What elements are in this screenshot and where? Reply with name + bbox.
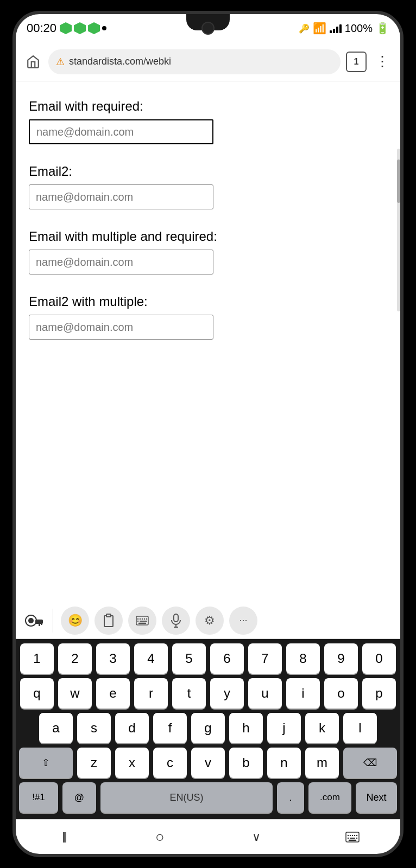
- settings-button[interactable]: ⚙: [196, 607, 224, 635]
- key-r[interactable]: r: [134, 678, 168, 709]
- key-x[interactable]: x: [115, 748, 149, 778]
- mic-button[interactable]: [162, 607, 190, 635]
- more-button[interactable]: ···: [229, 607, 257, 635]
- android-icon-1: [60, 22, 72, 34]
- url-bar[interactable]: ⚠ standardista.com/webki: [48, 49, 341, 74]
- key-dotcom[interactable]: .com: [308, 782, 351, 813]
- key-3[interactable]: 3: [96, 643, 130, 674]
- chevron-down-icon: ∨: [252, 830, 261, 844]
- emoji-button[interactable]: 😊: [61, 607, 89, 635]
- key-space[interactable]: EN(US): [100, 782, 273, 813]
- key-w[interactable]: w: [58, 678, 92, 709]
- svg-rect-3: [39, 624, 40, 626]
- key-v[interactable]: v: [191, 748, 225, 778]
- signal-bars: [330, 23, 342, 33]
- nav-back-button[interactable]: |||: [48, 826, 80, 848]
- warning-icon: ⚠: [56, 56, 65, 68]
- key-6[interactable]: 6: [210, 643, 244, 674]
- input-email2[interactable]: [29, 184, 213, 209]
- key-row-qwerty: q w e r t y u i o p: [19, 678, 397, 709]
- home-circle-icon: ○: [155, 828, 165, 846]
- nav-down-button[interactable]: ∨: [240, 826, 273, 848]
- nav-bar: ||| ○ ∨: [16, 819, 400, 854]
- camera: [201, 22, 215, 35]
- label-email-multiple-required: Email with multiple and required:: [29, 229, 387, 244]
- status-right: 🔑 📶 100% 🔋: [299, 22, 389, 35]
- key-backspace[interactable]: ⌫: [343, 748, 397, 778]
- key-next[interactable]: Next: [356, 782, 397, 813]
- key-symbols[interactable]: !#1: [19, 782, 58, 813]
- keyboard-toolbar: 😊: [16, 602, 400, 639]
- key-d[interactable]: d: [115, 713, 149, 743]
- toolbar-divider: [53, 609, 53, 633]
- bar-2: [333, 29, 335, 33]
- svg-point-1: [28, 618, 34, 623]
- key-e[interactable]: e: [96, 678, 130, 709]
- menu-icon: ⋮: [375, 53, 389, 69]
- android-icon-2: [74, 22, 86, 34]
- key-a[interactable]: a: [39, 713, 73, 743]
- key-p[interactable]: p: [362, 678, 396, 709]
- key-c[interactable]: c: [153, 748, 187, 778]
- key-5[interactable]: 5: [172, 643, 206, 674]
- key-1[interactable]: 1: [20, 643, 54, 674]
- key-f[interactable]: f: [153, 713, 187, 743]
- key-at[interactable]: @: [62, 782, 96, 813]
- key-u[interactable]: u: [248, 678, 282, 709]
- key-i[interactable]: i: [286, 678, 320, 709]
- form-group-email-required: Email with required:: [29, 99, 387, 144]
- key-shift[interactable]: ⇧: [19, 748, 73, 778]
- key-g[interactable]: g: [191, 713, 225, 743]
- vpn-icon: 🔑: [299, 23, 310, 34]
- key-row-asdf: a s d f g h j k l: [19, 713, 397, 743]
- key-q[interactable]: q: [20, 678, 54, 709]
- wifi-icon: 📶: [313, 22, 326, 35]
- browser-bar[interactable]: ⚠ standardista.com/webki 1 ⋮: [16, 42, 400, 81]
- input-email2-multiple[interactable]: [29, 315, 213, 340]
- key-l[interactable]: l: [343, 713, 377, 743]
- input-email-multiple-required[interactable]: [29, 250, 213, 275]
- nav-keyboard-button[interactable]: [336, 826, 369, 848]
- key-8[interactable]: 8: [286, 643, 320, 674]
- key-7[interactable]: 7: [248, 643, 282, 674]
- key-row-zxcv: ⇧ z x c v b n m ⌫: [19, 748, 397, 778]
- bar-4: [339, 24, 342, 33]
- key-4[interactable]: 4: [134, 643, 168, 674]
- key-j[interactable]: j: [267, 713, 301, 743]
- notch: [186, 14, 230, 30]
- keyboard-type-button[interactable]: [128, 607, 156, 635]
- bar-1: [330, 30, 332, 33]
- key-9[interactable]: 9: [324, 643, 358, 674]
- scrollbar-thumb[interactable]: [397, 159, 400, 203]
- battery-display: 100%: [345, 22, 373, 35]
- key-m[interactable]: m: [305, 748, 339, 778]
- keyboard[interactable]: 1 2 3 4 5 6 7 8 9 0 q w e r t y u i o p …: [16, 639, 400, 819]
- label-email-required: Email with required:: [29, 99, 387, 114]
- key-period[interactable]: .: [277, 782, 304, 813]
- key-y[interactable]: y: [210, 678, 244, 709]
- key-b[interactable]: b: [229, 748, 263, 778]
- key-z[interactable]: z: [77, 748, 111, 778]
- label-email2-multiple: Email2 with multiple:: [29, 294, 387, 309]
- nav-home-button[interactable]: ○: [144, 826, 177, 848]
- clipboard-button[interactable]: [94, 607, 123, 635]
- vpn-key-icon: [23, 610, 45, 631]
- key-0[interactable]: 0: [362, 643, 396, 674]
- bar-3: [336, 27, 338, 33]
- tab-button[interactable]: 1: [346, 52, 367, 72]
- key-s[interactable]: s: [77, 713, 111, 743]
- scrollbar[interactable]: [397, 149, 400, 311]
- home-button[interactable]: [23, 52, 43, 72]
- key-t[interactable]: t: [172, 678, 206, 709]
- key-o[interactable]: o: [324, 678, 358, 709]
- menu-button[interactable]: ⋮: [372, 51, 393, 72]
- dot-indicator: [102, 26, 106, 30]
- time-display: 00:20: [27, 21, 56, 35]
- input-email-required[interactable]: [29, 119, 213, 144]
- status-icons: [60, 22, 106, 34]
- key-k[interactable]: k: [305, 713, 339, 743]
- key-n[interactable]: n: [267, 748, 301, 778]
- key-h[interactable]: h: [229, 713, 263, 743]
- key-row-numbers: 1 2 3 4 5 6 7 8 9 0: [19, 643, 397, 674]
- key-2[interactable]: 2: [58, 643, 92, 674]
